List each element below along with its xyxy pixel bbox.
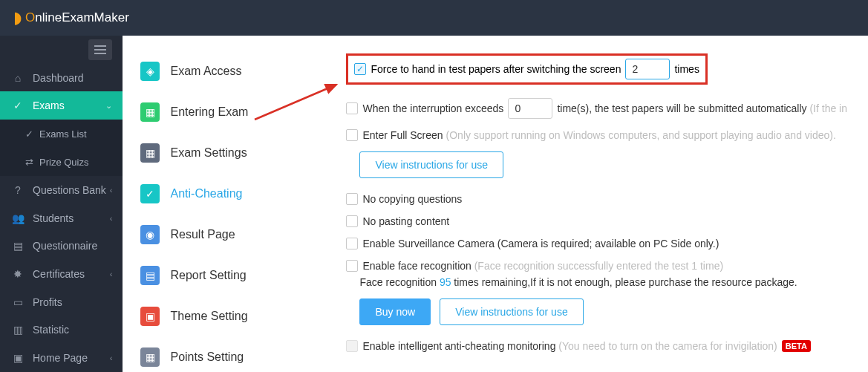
chevron-left-icon: ‹ bbox=[110, 270, 113, 278]
help-icon: ? bbox=[10, 184, 25, 196]
sidebar-toggle[interactable] bbox=[88, 39, 112, 60]
users-icon: 👥 bbox=[10, 212, 25, 224]
check-circle-icon: ✓ bbox=[25, 128, 33, 140]
shield-icon: ◈ bbox=[140, 62, 160, 81]
force-submit-checkbox[interactable]: ✓ bbox=[354, 63, 366, 75]
check-circle-icon: ✓ bbox=[10, 99, 25, 111]
page-icon: ▣ bbox=[10, 352, 25, 364]
grid-icon: ▦ bbox=[140, 143, 160, 163]
badge-icon: ✸ bbox=[10, 268, 25, 280]
nav-exams[interactable]: ✓Exams⌄ bbox=[0, 91, 123, 120]
brand-logo[interactable]: ◗ OOnlineExamMakernlineExamMaker bbox=[13, 8, 129, 27]
home-icon: ⌂ bbox=[10, 72, 25, 84]
shield-check-icon: ✓ bbox=[140, 184, 160, 203]
face-checkbox[interactable] bbox=[346, 260, 358, 272]
tab-report-setting[interactable]: ▤Report Setting bbox=[123, 255, 290, 296]
chevron-left-icon: ‹ bbox=[110, 353, 113, 362]
force-submit-label-a: Force to hand in test papers after switc… bbox=[371, 63, 621, 75]
camera-checkbox[interactable] bbox=[346, 238, 358, 249]
report-icon: ▤ bbox=[140, 266, 160, 285]
theme-icon: ▣ bbox=[140, 307, 160, 326]
app-header: ◗ OOnlineExamMakernlineExamMaker bbox=[0, 0, 868, 36]
tab-result-page[interactable]: ◉Result Page bbox=[123, 214, 290, 255]
nav-questionnaire[interactable]: ▤Questionnaire bbox=[0, 232, 123, 261]
tab-theme-setting[interactable]: ▣Theme Setting bbox=[123, 296, 290, 336]
tab-points-setting[interactable]: ▦Points Setting bbox=[123, 336, 290, 372]
nav-certificates[interactable]: ✸Certificates‹ bbox=[0, 260, 123, 288]
no-paste-checkbox[interactable] bbox=[346, 215, 358, 227]
nav-exams-list[interactable]: ✓Exams List bbox=[0, 120, 123, 148]
buy-now-button[interactable]: Buy now bbox=[359, 298, 431, 325]
view-instructions-button-2[interactable]: View instructions for use bbox=[440, 298, 583, 325]
anti-cheating-panel: ✓ Force to hand in test papers after swi… bbox=[290, 36, 868, 372]
settings-tabs: ◈Exam Access ▦Entering Exam ▦Exam Settin… bbox=[123, 36, 290, 372]
nav-profits[interactable]: ▭Profits bbox=[0, 288, 123, 316]
beta-badge: BETA bbox=[782, 340, 811, 352]
points-icon: ▦ bbox=[140, 347, 160, 367]
clipboard-icon: ▤ bbox=[10, 240, 25, 252]
interruption-count-input[interactable] bbox=[508, 98, 552, 119]
interruption-row: When the interruption exceeds time(s), t… bbox=[346, 98, 847, 119]
nav-prize-quizs[interactable]: ⇄Prize Quizs bbox=[0, 148, 123, 176]
face-remaining-count: 95 bbox=[440, 276, 451, 288]
chart-icon: ▥ bbox=[10, 324, 25, 336]
camera-row: Enable Surveillance Camera (Camera is re… bbox=[346, 238, 847, 249]
no-copy-checkbox[interactable] bbox=[346, 193, 358, 205]
nav-students[interactable]: 👥Students‹ bbox=[0, 204, 123, 232]
interruption-checkbox[interactable] bbox=[346, 102, 358, 114]
sidebar: ⌂Dashboard ✓Exams⌄ ✓Exams List ⇄Prize Qu… bbox=[0, 36, 123, 372]
nav-home-page[interactable]: ▣Home Page‹ bbox=[0, 344, 123, 372]
force-submit-label-b: times bbox=[674, 63, 699, 75]
nav-dashboard[interactable]: ⌂Dashboard bbox=[0, 64, 123, 92]
nav-exams-sub: ✓Exams List ⇄Prize Quizs bbox=[0, 120, 123, 176]
chevron-down-icon: ⌄ bbox=[105, 101, 112, 111]
intelligent-checkbox[interactable] bbox=[346, 340, 358, 352]
nav-statistic[interactable]: ▥Statistic bbox=[0, 316, 123, 345]
eye-icon: ◉ bbox=[140, 225, 160, 244]
card-icon: ▭ bbox=[10, 296, 25, 308]
no-paste-row: No pasting content bbox=[346, 215, 847, 227]
view-instructions-button[interactable]: View instructions for use bbox=[359, 151, 503, 178]
brand-text: OOnlineExamMakernlineExamMaker bbox=[25, 10, 129, 25]
tab-exam-settings[interactable]: ▦Exam Settings bbox=[123, 132, 290, 173]
intelligent-row: Enable intelligent anti-cheating monitor… bbox=[346, 340, 847, 352]
nav-questions-bank[interactable]: ?Questions Bank‹ bbox=[0, 176, 123, 204]
force-submit-times-input[interactable] bbox=[625, 59, 670, 79]
chevron-left-icon: ‹ bbox=[110, 214, 113, 223]
chevron-left-icon: ‹ bbox=[110, 186, 113, 195]
face-row: Enable face recognition (Face recognitio… bbox=[346, 260, 847, 272]
tab-exam-access[interactable]: ◈Exam Access bbox=[123, 50, 290, 91]
fullscreen-checkbox[interactable] bbox=[346, 129, 358, 141]
tab-anti-cheating[interactable]: ✓Anti-Cheating bbox=[123, 173, 290, 214]
enter-icon: ▦ bbox=[140, 102, 160, 122]
shuffle-icon: ⇄ bbox=[25, 157, 33, 168]
tab-entering-exam[interactable]: ▦Entering Exam bbox=[123, 91, 290, 132]
logo-icon: ◗ bbox=[13, 8, 22, 27]
face-remaining-text: Face recognition 95 times remaining,If i… bbox=[359, 276, 847, 288]
fullscreen-row: Enter Full Screen (Only support running … bbox=[346, 129, 847, 141]
no-copy-row: No copying questions bbox=[346, 193, 847, 205]
force-submit-row: ✓ Force to hand in test papers after swi… bbox=[346, 53, 707, 85]
